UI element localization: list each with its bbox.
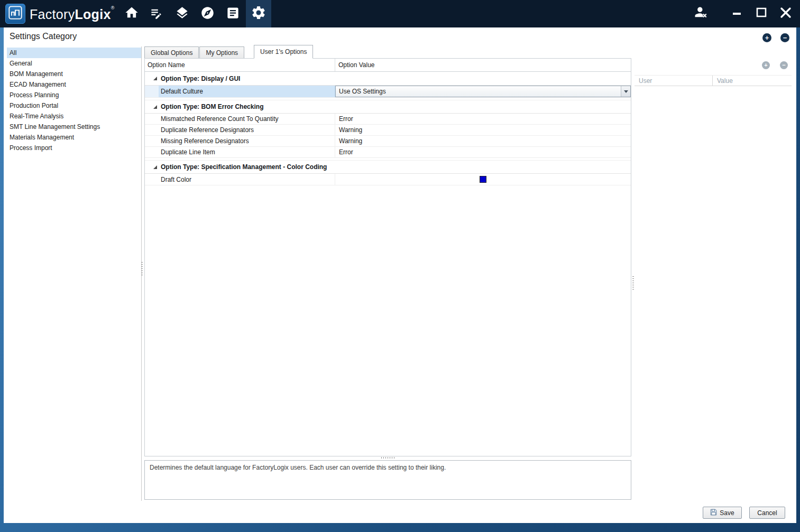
logout-user-button[interactable] bbox=[688, 0, 713, 27]
close-icon bbox=[779, 6, 792, 21]
add-category-button[interactable]: + bbox=[762, 33, 771, 42]
maximize-button[interactable] bbox=[749, 0, 774, 27]
option-value-cell: Use OS Settings bbox=[335, 86, 631, 97]
table-row[interactable]: Duplicate Line Item Error bbox=[145, 147, 631, 158]
save-button-label: Save bbox=[720, 509, 734, 517]
option-value-cell[interactable]: Error bbox=[335, 114, 631, 124]
close-button[interactable] bbox=[774, 0, 798, 27]
maximize-icon bbox=[756, 7, 767, 21]
process-engineering-button[interactable] bbox=[144, 0, 170, 27]
tab-my-options[interactable]: My Options bbox=[199, 46, 244, 58]
row-gutter bbox=[145, 114, 159, 124]
grid-header: Option Name Option Value bbox=[145, 59, 631, 72]
minimize-button[interactable] bbox=[725, 0, 749, 27]
sidebar-item-all[interactable]: All bbox=[7, 48, 141, 58]
draft-color-swatch[interactable] bbox=[480, 176, 486, 183]
column-header-option-value[interactable]: Option Value bbox=[335, 59, 631, 71]
user-logout-icon bbox=[693, 5, 708, 22]
minimize-icon bbox=[731, 7, 743, 21]
sidebar-item-general[interactable]: General bbox=[7, 58, 141, 69]
gear-icon bbox=[251, 5, 266, 23]
option-value-cell[interactable]: Warning bbox=[335, 136, 631, 146]
user-overrides-header: User Value bbox=[635, 75, 792, 86]
titlebar: FactoryLogix® bbox=[0, 0, 800, 27]
option-value-cell[interactable]: Warning bbox=[335, 125, 631, 135]
remove-user-override-button[interactable]: − bbox=[780, 61, 788, 69]
page-title: Settings Category bbox=[10, 32, 77, 41]
cancel-button-label: Cancel bbox=[757, 509, 777, 517]
option-value-cell[interactable]: Error bbox=[335, 147, 631, 157]
option-name-cell[interactable]: Missing Reference Designators bbox=[159, 136, 335, 146]
grid-splitter[interactable] bbox=[381, 457, 396, 459]
tab-user1-options[interactable]: User 1's Options bbox=[254, 45, 313, 59]
default-culture-dropdown[interactable]: Use OS Settings bbox=[335, 86, 631, 97]
app-title: FactoryLogix® bbox=[30, 5, 115, 22]
sidebar-item-materials-management[interactable]: Materials Management bbox=[7, 132, 141, 143]
main-nav bbox=[119, 0, 271, 27]
sidebar-item-ecad-management[interactable]: ECAD Management bbox=[7, 79, 141, 90]
sidebar-splitter[interactable] bbox=[141, 262, 143, 275]
column-header-option-name[interactable]: Option Name bbox=[145, 59, 335, 71]
layers-icon bbox=[175, 6, 189, 22]
save-floppy-icon bbox=[710, 509, 717, 517]
option-value-cell bbox=[335, 174, 631, 185]
table-row[interactable]: Draft Color bbox=[145, 174, 631, 185]
group-header-display-gui[interactable]: Option Type: Display / GUI bbox=[145, 72, 631, 86]
sidebar-item-bom-management[interactable]: BOM Management bbox=[7, 69, 141, 79]
option-description: Determines the default language for Fact… bbox=[144, 460, 631, 500]
app-logo bbox=[5, 4, 25, 24]
table-row[interactable]: Duplicate Reference Designators Warning bbox=[145, 125, 631, 136]
sidebar-item-process-import[interactable]: Process Import bbox=[7, 143, 141, 153]
row-gutter bbox=[145, 174, 159, 185]
settings-page: Settings Category + − All General BOM Ma… bbox=[4, 27, 796, 523]
home-icon bbox=[124, 5, 139, 22]
edit-document-icon bbox=[150, 6, 164, 22]
option-name-cell[interactable]: Default Culture bbox=[159, 86, 335, 97]
sidebar-item-process-planning[interactable]: Process Planning bbox=[7, 90, 141, 100]
collapse-triangle-icon[interactable] bbox=[153, 105, 157, 109]
sidebar-item-real-time-analysis[interactable]: Real-Time Analysis bbox=[7, 111, 141, 122]
column-header-value[interactable]: Value bbox=[713, 76, 792, 86]
option-name-cell[interactable]: Draft Color bbox=[159, 174, 335, 185]
row-gutter bbox=[145, 136, 159, 146]
group-title: Option Type: BOM Error Checking bbox=[161, 103, 263, 110]
tab-global-options[interactable]: Global Options bbox=[144, 46, 199, 58]
compass-icon bbox=[200, 6, 215, 22]
chevron-down-icon[interactable] bbox=[621, 86, 630, 97]
column-header-user[interactable]: User bbox=[635, 76, 713, 86]
options-grid: Option Name Option Value Option Type: Di… bbox=[144, 58, 631, 456]
collapse-triangle-icon[interactable] bbox=[153, 77, 157, 80]
option-name-cell[interactable]: Duplicate Reference Designators bbox=[159, 125, 335, 135]
row-gutter bbox=[145, 125, 159, 135]
row-gutter bbox=[145, 147, 159, 157]
group-header-bom-error-checking[interactable]: Option Type: BOM Error Checking bbox=[145, 100, 631, 114]
newspaper-icon bbox=[226, 6, 240, 22]
remove-category-button[interactable]: − bbox=[780, 33, 789, 42]
options-tabs: Global Options My Options User 1's Optio… bbox=[144, 45, 314, 58]
window-controls bbox=[688, 0, 800, 27]
factory-logo-icon bbox=[8, 5, 23, 22]
option-name-cell[interactable]: Mismatched Reference Count To Quantity bbox=[159, 114, 335, 124]
production-button[interactable] bbox=[195, 0, 220, 27]
cancel-button[interactable]: Cancel bbox=[749, 507, 785, 519]
add-user-override-button[interactable]: + bbox=[762, 61, 770, 69]
table-row[interactable]: Default Culture Use OS Settings bbox=[145, 86, 631, 98]
group-header-spec-color-coding[interactable]: Option Type: Specification Management - … bbox=[145, 160, 631, 174]
dropdown-selected-value: Use OS Settings bbox=[336, 88, 386, 95]
reports-button[interactable] bbox=[220, 0, 246, 27]
row-gutter bbox=[145, 86, 159, 97]
materials-button[interactable] bbox=[170, 0, 195, 27]
sidebar-item-smt-line-management-settings[interactable]: SMT Line Management Settings bbox=[7, 122, 141, 132]
home-button[interactable] bbox=[119, 0, 144, 27]
table-row[interactable]: Missing Reference Designators Warning bbox=[145, 136, 631, 147]
save-button[interactable]: Save bbox=[703, 507, 742, 519]
panel-splitter[interactable] bbox=[632, 276, 634, 290]
group-title: Option Type: Specification Management - … bbox=[161, 163, 327, 171]
settings-button[interactable] bbox=[246, 0, 271, 27]
option-name-cell[interactable]: Duplicate Line Item bbox=[159, 147, 335, 157]
table-row[interactable]: Mismatched Reference Count To Quantity E… bbox=[145, 114, 631, 125]
sidebar-item-production-portal[interactable]: Production Portal bbox=[7, 100, 141, 111]
collapse-triangle-icon[interactable] bbox=[153, 165, 157, 169]
settings-category-list: All General BOM Management ECAD Manageme… bbox=[7, 48, 141, 501]
group-title: Option Type: Display / GUI bbox=[161, 75, 240, 82]
